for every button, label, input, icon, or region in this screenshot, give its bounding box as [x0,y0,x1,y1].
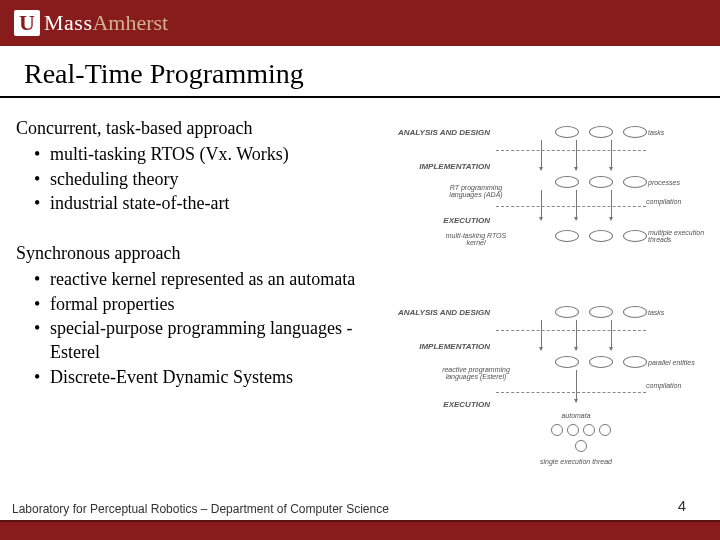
diag-sub: reactive programming languages (Esterel) [440,366,512,380]
diag-side: compilation [646,382,696,389]
logo-amherst-text: Amherst [92,10,168,36]
bullet: scheduling theory [50,167,386,191]
slide-title: Real-Time Programming [0,46,720,98]
diag-sub: multi-tasking RTOS kernel [444,232,508,246]
diagram-column: ANALYSIS AND DESIGN tasks IMPLEMENTATION… [396,116,706,480]
page-number: 4 [678,497,686,514]
diag-label: EXECUTION [396,400,496,409]
content-area: Concurrent, task-based approach multi-ta… [0,116,720,480]
bullet: Discrete-Event Dynamic Systems [50,365,386,389]
logo-mass-text: Mass [44,10,92,36]
bullet: reactive kernel represented as an automa… [50,267,386,291]
diagram-synchronous: ANALYSIS AND DESIGN tasks IMPLEMENTATION… [396,300,706,480]
header-bar: U Mass Amherst [0,0,720,46]
diag-side: tasks [648,309,706,316]
automata-graph [546,424,616,452]
section2-head: Synchronous approach [16,241,386,265]
text-column: Concurrent, task-based approach multi-ta… [16,116,386,480]
section1-bullets: multi-tasking RTOS (Vx. Works) schedulin… [16,142,386,215]
section1-head: Concurrent, task-based approach [16,116,386,140]
diag-side: tasks [648,129,706,136]
bullet: multi-tasking RTOS (Vx. Works) [50,142,386,166]
section2-bullets: reactive kernel represented as an automa… [16,267,386,388]
diag-side: multiple execution threads [648,229,706,243]
diag-side: compilation [646,198,696,205]
diag-sub: single execution thread [536,458,616,465]
bullet: special-purpose programming languages - … [50,316,386,365]
diag-label: ANALYSIS AND DESIGN [396,128,496,137]
diag-side: parallel entities [648,359,706,366]
logo-u-badge: U [14,10,40,36]
diag-label: ANALYSIS AND DESIGN [396,308,496,317]
footer: Laboratory for Perceptual Robotics – Dep… [0,498,720,540]
diag-sub: RT programming languages (ADA) [446,184,506,198]
footer-text: Laboratory for Perceptual Robotics – Dep… [0,498,720,520]
diagram-concurrent: ANALYSIS AND DESIGN tasks IMPLEMENTATION… [396,120,706,270]
diag-sub: automata [546,412,606,419]
diag-label: IMPLEMENTATION [396,162,496,171]
bullet: formal properties [50,292,386,316]
bullet: industrial state-of-the-art [50,191,386,215]
umass-logo: U Mass Amherst [14,10,168,36]
diag-side: processes [648,179,706,186]
footer-bar [0,520,720,540]
diag-label: IMPLEMENTATION [396,342,496,351]
diag-label: EXECUTION [396,216,496,225]
